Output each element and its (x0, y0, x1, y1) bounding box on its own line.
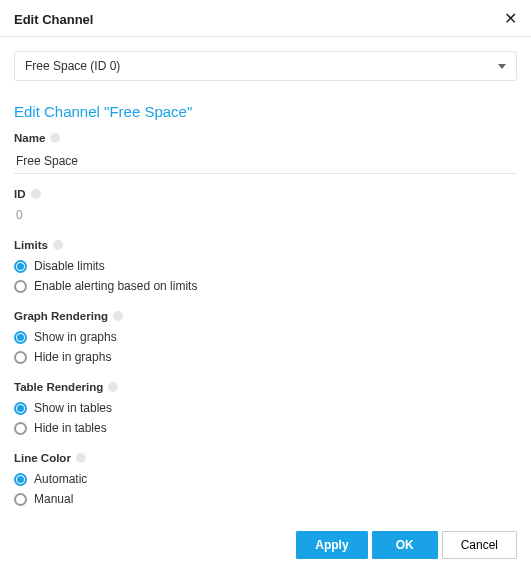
dialog-content: Free Space (ID 0) Edit Channel "Free Spa… (0, 37, 531, 523)
field-limits: Limits Disable limits Enable alerting ba… (14, 239, 517, 296)
radio-color-auto[interactable]: Automatic (14, 469, 517, 489)
field-label-table: Table Rendering (14, 381, 517, 393)
radio-icon (14, 280, 27, 293)
info-icon[interactable] (53, 240, 63, 250)
dialog-header: Edit Channel ✕ (0, 0, 531, 37)
field-label-line-color: Line Color (14, 452, 517, 464)
radio-icon (14, 422, 27, 435)
radio-icon (14, 331, 27, 344)
field-label-graph: Graph Rendering (14, 310, 517, 322)
radio-icon (14, 402, 27, 415)
chevron-down-icon (498, 64, 506, 69)
radio-icon (14, 260, 27, 273)
field-line-color: Line Color Automatic Manual (14, 452, 517, 509)
info-icon[interactable] (31, 189, 41, 199)
cancel-button[interactable]: Cancel (442, 531, 517, 559)
radio-icon (14, 493, 27, 506)
radio-color-manual[interactable]: Manual (14, 489, 517, 509)
info-icon[interactable] (50, 133, 60, 143)
dialog-footer: Apply OK Cancel (0, 523, 531, 569)
close-icon[interactable]: ✕ (504, 11, 517, 27)
field-name: Name (14, 132, 517, 174)
info-icon[interactable] (113, 311, 123, 321)
apply-button[interactable]: Apply (296, 531, 367, 559)
field-label-name: Name (14, 132, 517, 144)
radio-icon (14, 473, 27, 486)
field-id: ID 0 (14, 188, 517, 225)
radio-limits-enable[interactable]: Enable alerting based on limits (14, 276, 517, 296)
info-icon[interactable] (108, 382, 118, 392)
field-label-id: ID (14, 188, 517, 200)
radio-table-hide[interactable]: Hide in tables (14, 418, 517, 438)
channel-selector[interactable]: Free Space (ID 0) (14, 51, 517, 81)
section-title: Edit Channel "Free Space" (14, 103, 517, 120)
channel-selector-value: Free Space (ID 0) (25, 59, 120, 73)
ok-button[interactable]: OK (372, 531, 438, 559)
field-graph-rendering: Graph Rendering Show in graphs Hide in g… (14, 310, 517, 367)
field-table-rendering: Table Rendering Show in tables Hide in t… (14, 381, 517, 438)
radio-table-show[interactable]: Show in tables (14, 398, 517, 418)
field-label-limits: Limits (14, 239, 517, 251)
radio-graph-show[interactable]: Show in graphs (14, 327, 517, 347)
radio-graph-hide[interactable]: Hide in graphs (14, 347, 517, 367)
radio-limits-disable[interactable]: Disable limits (14, 256, 517, 276)
edit-channel-dialog: Edit Channel ✕ Free Space (ID 0) Edit Ch… (0, 0, 531, 569)
dialog-title: Edit Channel (14, 12, 93, 27)
radio-icon (14, 351, 27, 364)
name-input[interactable] (14, 149, 517, 174)
id-value: 0 (14, 205, 517, 225)
info-icon[interactable] (76, 453, 86, 463)
